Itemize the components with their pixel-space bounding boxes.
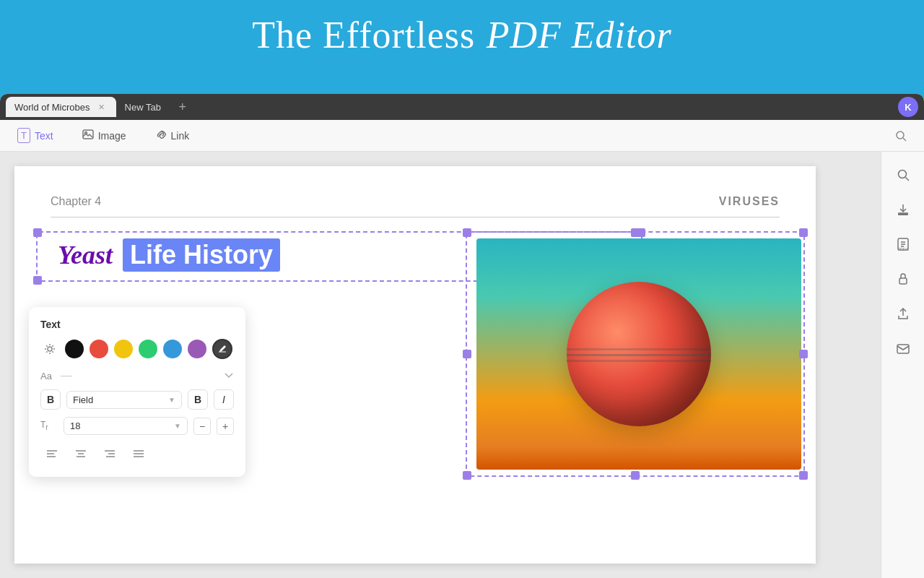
size-row: Tr 18 ▼ − + bbox=[40, 417, 234, 435]
tab-world-of-microbes[interactable]: World of Microbes ✕ bbox=[6, 97, 116, 117]
content-area: Chapter 4 VIRUSES Yeast Life History bbox=[0, 152, 924, 578]
img-handle-mr[interactable] bbox=[799, 350, 808, 358]
size-arrow: ▼ bbox=[174, 422, 181, 430]
chevron-down-icon bbox=[224, 371, 234, 381]
svg-point-18 bbox=[898, 171, 906, 178]
heading-life-history: Life History bbox=[123, 238, 280, 272]
toolbar-link-label: Link bbox=[171, 130, 190, 142]
app-header: The Effortless PDF Editor bbox=[0, 0, 924, 71]
user-avatar[interactable]: K bbox=[898, 97, 918, 117]
color-picker[interactable] bbox=[212, 339, 232, 359]
chapter-section: VIRUSES bbox=[719, 195, 780, 208]
align-center-button[interactable] bbox=[69, 442, 92, 465]
svg-line-19 bbox=[905, 178, 909, 181]
color-red[interactable] bbox=[90, 340, 108, 358]
sidebar-protect-icon[interactable] bbox=[889, 264, 918, 293]
toolbar-link[interactable]: Link bbox=[149, 126, 196, 145]
browser-window: World of Microbes ✕ New Tab + K T Text I… bbox=[0, 94, 924, 578]
size-tr-label: Tr bbox=[40, 420, 58, 431]
tab-new-label: New Tab bbox=[125, 102, 161, 113]
field-label: Field bbox=[73, 394, 93, 405]
align-right-button[interactable] bbox=[98, 442, 121, 465]
new-tab-button[interactable]: + bbox=[173, 97, 193, 117]
svg-rect-24 bbox=[897, 345, 909, 353]
font-aa-label: Aa bbox=[40, 371, 55, 381]
img-handle-bm[interactable] bbox=[631, 471, 640, 480]
font-divider: — bbox=[61, 369, 72, 382]
bold-label: B bbox=[47, 394, 54, 405]
toolbar-text-label: Text bbox=[35, 130, 53, 142]
img-handle-bl[interactable] bbox=[463, 471, 471, 480]
align-left-button[interactable] bbox=[40, 442, 64, 465]
sidebar-share-icon[interactable] bbox=[889, 299, 918, 328]
right-sidebar: PDF/A bbox=[881, 152, 924, 578]
app-title: The Effortless PDF Editor bbox=[0, 13, 924, 56]
italic-button[interactable]: I bbox=[214, 389, 234, 410]
field-select-arrow: ▼ bbox=[168, 396, 175, 404]
selection-handle-tl[interactable] bbox=[33, 228, 42, 237]
svg-rect-20 bbox=[898, 213, 908, 215]
size-decrease-button[interactable]: − bbox=[193, 418, 211, 435]
tab-new[interactable]: New Tab bbox=[116, 97, 170, 117]
title-normal: The Effortless bbox=[252, 14, 475, 56]
img-handle-tr[interactable] bbox=[799, 228, 808, 237]
italic-label: I bbox=[222, 394, 225, 405]
font-row: Aa — bbox=[40, 369, 234, 382]
color-blue[interactable] bbox=[163, 340, 182, 358]
bold-field-row: B Field ▼ B I bbox=[40, 389, 234, 410]
sidebar-search-icon[interactable] bbox=[889, 160, 918, 189]
title-cursive: PDF Editor bbox=[487, 14, 672, 56]
size-increase-button[interactable]: + bbox=[217, 418, 234, 435]
pdf-canvas: Chapter 4 VIRUSES Yeast Life History bbox=[0, 152, 881, 578]
size-value: 18 bbox=[70, 420, 80, 431]
toolbar-text[interactable]: T Text bbox=[12, 125, 59, 146]
selection-handle-bl[interactable] bbox=[33, 276, 42, 285]
alignment-row bbox=[40, 442, 234, 465]
text-icon: T bbox=[17, 128, 30, 143]
color-green[interactable] bbox=[139, 340, 157, 358]
color-black[interactable] bbox=[65, 340, 84, 358]
toolbar-image[interactable]: Image bbox=[77, 126, 132, 145]
bold-button[interactable]: B bbox=[40, 389, 61, 410]
svg-text:PDF/A: PDF/A bbox=[898, 247, 909, 251]
heading-yeast: Yeast bbox=[58, 241, 113, 269]
img-handle-br[interactable] bbox=[799, 471, 808, 480]
sidebar-mail-icon[interactable] bbox=[889, 334, 918, 363]
text-panel: Text bbox=[29, 307, 245, 477]
pdf-heading: Yeast Life History bbox=[58, 238, 280, 272]
img-handle-ml[interactable] bbox=[463, 350, 471, 358]
chapter-label: Chapter 4 bbox=[51, 195, 101, 208]
font-field-select[interactable]: Field ▼ bbox=[66, 391, 182, 409]
image-icon bbox=[82, 129, 94, 142]
svg-line-3 bbox=[903, 138, 906, 141]
toolbar-image-label: Image bbox=[98, 130, 126, 142]
svg-rect-23 bbox=[899, 278, 907, 284]
link-icon bbox=[155, 129, 167, 142]
svg-point-2 bbox=[897, 131, 904, 139]
tab-bar: World of Microbes ✕ New Tab + K bbox=[0, 94, 924, 120]
pdf-page: Chapter 4 VIRUSES Yeast Life History bbox=[14, 166, 816, 564]
svg-point-4 bbox=[48, 347, 52, 351]
sidebar-pdf-icon[interactable]: PDF/A bbox=[889, 230, 918, 259]
search-icon[interactable] bbox=[889, 124, 912, 147]
link-type-icon[interactable] bbox=[40, 340, 59, 358]
color-palette bbox=[40, 339, 234, 359]
bold-button-2[interactable]: B bbox=[188, 389, 208, 410]
text-panel-title: Text bbox=[40, 319, 234, 330]
color-purple[interactable] bbox=[188, 340, 206, 358]
img-handle-tl[interactable] bbox=[463, 228, 471, 237]
sidebar-download-icon[interactable] bbox=[889, 195, 918, 224]
image-selection-box[interactable] bbox=[466, 231, 805, 477]
toolbar: T Text Image Link bbox=[0, 120, 924, 152]
tab-close-button[interactable]: ✕ bbox=[96, 101, 108, 113]
tab-label: World of Microbes bbox=[14, 102, 90, 113]
img-handle-tm[interactable] bbox=[631, 228, 640, 237]
align-justify-button[interactable] bbox=[127, 442, 150, 465]
chapter-header: Chapter 4 VIRUSES bbox=[51, 195, 780, 217]
size-select[interactable]: 18 ▼ bbox=[64, 417, 188, 435]
color-yellow[interactable] bbox=[114, 340, 133, 358]
